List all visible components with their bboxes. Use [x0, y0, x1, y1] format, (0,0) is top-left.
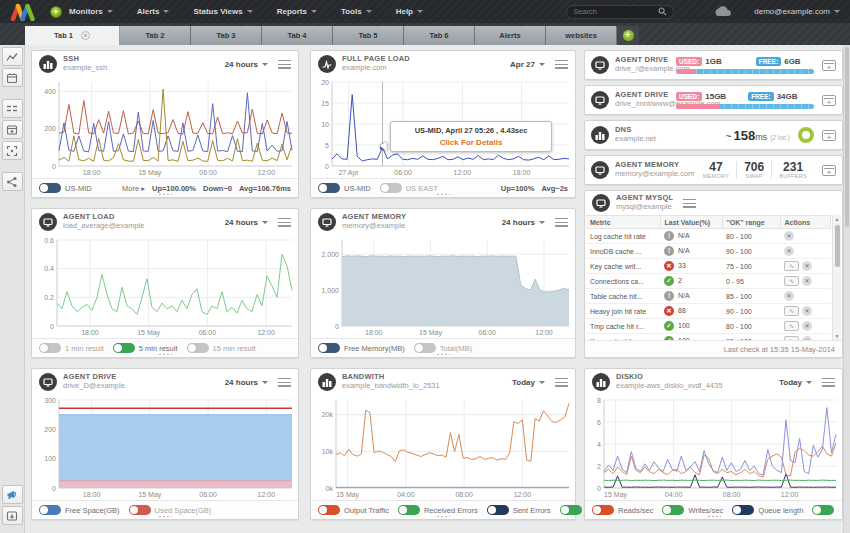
- column-header[interactable]: Metric: [586, 216, 660, 229]
- used-space-toggle[interactable]: [129, 505, 151, 515]
- layout-tool-button[interactable]: [2, 99, 23, 118]
- us-mid-toggle[interactable]: [318, 183, 340, 193]
- remove-icon[interactable]: ✕: [802, 306, 812, 316]
- scroll-thumb[interactable]: [845, 47, 849, 227]
- share-tool-button[interactable]: [2, 172, 23, 191]
- range-dropdown[interactable]: 24 hours: [225, 378, 268, 387]
- bandwidth-chart[interactable]: 15 May04:0008:0012:000k10k20k: [312, 395, 574, 500]
- announcements-button[interactable]: [2, 485, 23, 504]
- table-scrollbar[interactable]: ▲▼: [832, 215, 841, 340]
- close-icon[interactable]: x: [81, 31, 90, 40]
- agent-drive-chart[interactable]: 18:0015 May06:0012:000100200300: [33, 395, 297, 500]
- nav-monitors[interactable]: Monitors: [69, 7, 113, 16]
- nav-tools[interactable]: Tools: [341, 7, 372, 16]
- tab-1[interactable]: Tab 1x: [25, 26, 120, 45]
- agent-memory-chart[interactable]: 18:0015 May06:0012:0001,0002,000: [312, 235, 574, 338]
- drag-handle[interactable]: [436, 353, 450, 356]
- free-memory-toggle[interactable]: [318, 343, 340, 353]
- remove-icon[interactable]: ✕: [802, 276, 812, 286]
- drag-handle[interactable]: [436, 193, 450, 196]
- free-space-toggle[interactable]: [39, 505, 61, 515]
- expand-icon[interactable]: [822, 60, 836, 71]
- user-menu[interactable]: demo@example.com: [754, 7, 840, 16]
- full-page-load-chart[interactable]: 27 Apr06:0012:0018:0005101520 US-MID, Ap…: [312, 77, 574, 178]
- nav-status-views[interactable]: Status Views: [193, 7, 252, 16]
- drag-handle[interactable]: [158, 193, 172, 196]
- sparkline-icon[interactable]: ∿: [784, 261, 799, 271]
- page-scrollbar[interactable]: [843, 45, 850, 533]
- all-toggle[interactable]: [560, 505, 582, 515]
- column-header[interactable]: Last Value(%): [660, 216, 722, 229]
- search-input[interactable]: [573, 7, 658, 16]
- widget-menu-icon[interactable]: [278, 60, 291, 69]
- remove-icon[interactable]: ✕: [802, 261, 812, 271]
- nav-reports[interactable]: Reports: [277, 7, 317, 16]
- range-dropdown[interactable]: Today: [779, 378, 812, 387]
- tab-websites[interactable]: websites: [546, 26, 617, 45]
- expand-icon[interactable]: [822, 95, 836, 106]
- tab-4[interactable]: Tab 4: [262, 26, 333, 45]
- tab-alerts[interactable]: Alerts: [475, 26, 546, 45]
- calendar-tool-button[interactable]: [2, 68, 23, 87]
- nav-alerts[interactable]: Alerts: [137, 7, 170, 16]
- widget-menu-icon[interactable]: [555, 218, 568, 227]
- 15min-toggle[interactable]: [187, 343, 209, 353]
- 5min-toggle[interactable]: [113, 343, 135, 353]
- scroll-down-icon[interactable]: ▼: [833, 333, 841, 339]
- received-errors-toggle[interactable]: [398, 505, 420, 515]
- range-dropdown[interactable]: Today: [512, 378, 545, 387]
- range-dropdown[interactable]: 24 hours: [225, 218, 268, 227]
- drag-handle[interactable]: [158, 353, 172, 356]
- reads-toggle[interactable]: [592, 505, 614, 515]
- tab-5[interactable]: Tab 5: [333, 26, 404, 45]
- column-header[interactable]: Actions: [780, 216, 831, 229]
- queue-length-toggle[interactable]: [732, 505, 754, 515]
- sparkline-icon[interactable]: ∿: [784, 276, 799, 286]
- all-toggle[interactable]: [812, 505, 834, 515]
- remove-icon[interactable]: ✕: [784, 291, 794, 301]
- widget-menu-icon[interactable]: [555, 60, 568, 69]
- drag-handle[interactable]: [707, 515, 721, 518]
- tab-2[interactable]: Tab 2: [120, 26, 191, 45]
- column-header[interactable]: "OK" range: [722, 216, 780, 229]
- remove-icon[interactable]: ✕: [784, 231, 794, 241]
- search-icon[interactable]: [658, 7, 667, 16]
- tab-3[interactable]: Tab 3: [191, 26, 262, 45]
- more-link[interactable]: More ▸: [122, 184, 145, 193]
- add-monitor-icon[interactable]: +: [50, 6, 62, 18]
- widget-menu-icon[interactable]: [555, 378, 568, 387]
- tab-6[interactable]: Tab 6: [404, 26, 475, 45]
- scroll-thumb[interactable]: [835, 225, 840, 267]
- cloud-icon[interactable]: [714, 6, 732, 17]
- widget-menu-icon[interactable]: [822, 378, 835, 387]
- add-tab-button[interactable]: +: [617, 26, 639, 45]
- widget-menu-icon[interactable]: [278, 218, 291, 227]
- scroll-up-icon[interactable]: ▲: [833, 216, 841, 222]
- 1min-toggle[interactable]: [39, 343, 61, 353]
- expand-icon[interactable]: [822, 130, 836, 141]
- ssh-chart[interactable]: 18:0015 May06:0012:000200400: [33, 77, 297, 178]
- remove-icon[interactable]: ✕: [802, 321, 812, 331]
- total-toggle[interactable]: [414, 343, 436, 353]
- range-dropdown[interactable]: Apr 27: [510, 60, 545, 69]
- tooltip-details-link[interactable]: Click For Details: [397, 138, 545, 147]
- drag-handle[interactable]: [158, 515, 172, 518]
- widget-menu-icon[interactable]: [683, 199, 696, 208]
- agent-load-chart[interactable]: 18:0015 May06:0012:0000.20.40.6: [33, 235, 297, 338]
- export-button[interactable]: [2, 506, 23, 525]
- charts-tool-button[interactable]: [2, 47, 23, 66]
- remove-icon[interactable]: ✕: [784, 246, 794, 256]
- sparkline-icon[interactable]: ∿: [784, 306, 799, 316]
- writes-toggle[interactable]: [662, 505, 684, 515]
- sparkline-icon[interactable]: ∿: [784, 321, 799, 331]
- output-traffic-toggle[interactable]: [318, 505, 340, 515]
- nav-help[interactable]: Help: [396, 7, 423, 16]
- us-mid-toggle[interactable]: [39, 183, 61, 193]
- fullscreen-tool-button[interactable]: [2, 141, 23, 160]
- range-dropdown[interactable]: 24 hours: [502, 218, 545, 227]
- widget-menu-icon[interactable]: [278, 378, 291, 387]
- expand-icon[interactable]: [822, 165, 836, 176]
- diskio-chart[interactable]: 15 May04:0008:0012:0002468: [586, 395, 841, 500]
- sent-errors-toggle[interactable]: [487, 505, 509, 515]
- range-dropdown[interactable]: 24 hours: [225, 60, 268, 69]
